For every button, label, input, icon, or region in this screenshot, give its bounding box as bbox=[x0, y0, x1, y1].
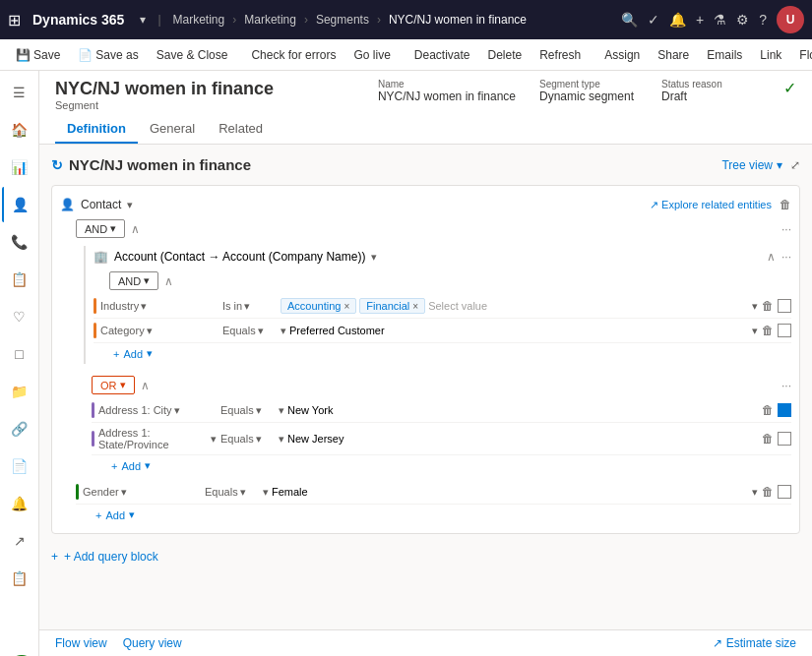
breadcrumb-segments[interactable]: Segments bbox=[316, 13, 369, 27]
brand-dropdown[interactable]: ▾ bbox=[140, 13, 146, 27]
category-delete-btn[interactable]: 🗑 bbox=[762, 324, 774, 337]
breadcrumb-sep1: › bbox=[232, 13, 236, 27]
sidebar-doc-icon[interactable]: 📄 bbox=[2, 448, 37, 484]
equals-operator-city[interactable]: Equals ▾ bbox=[220, 404, 275, 417]
sidebar-menu-icon[interactable]: ☰ bbox=[2, 75, 37, 110]
or-logic-btn[interactable]: OR ▾ bbox=[92, 376, 135, 394]
sidebar-phone-icon[interactable]: 📞 bbox=[2, 224, 37, 260]
state-value-dropdown[interactable]: ▾ bbox=[279, 433, 284, 446]
or-more-icon[interactable]: ··· bbox=[781, 379, 791, 392]
and-more-icon[interactable]: ··· bbox=[781, 222, 791, 236]
and-logic-row: AND ▾ ∧ ··· bbox=[60, 215, 791, 242]
tab-related[interactable]: Related bbox=[207, 115, 275, 144]
user-avatar[interactable]: U bbox=[777, 6, 804, 33]
sidebar-folder-icon[interactable]: 📁 bbox=[2, 374, 37, 409]
state-checkbox[interactable] bbox=[778, 432, 791, 446]
sub-more-icon[interactable]: ··· bbox=[781, 250, 791, 264]
sidebar-dashboard-icon[interactable]: 📊 bbox=[2, 149, 37, 185]
refresh-button[interactable]: Refresh bbox=[531, 45, 589, 65]
city-chevron: ▾ bbox=[174, 404, 180, 417]
or-collapse-icon[interactable]: ∧ bbox=[141, 379, 150, 392]
tab-general[interactable]: General bbox=[138, 115, 207, 144]
flow-view-tab[interactable]: Flow view bbox=[55, 636, 107, 650]
gender-field[interactable]: Gender ▾ bbox=[83, 486, 201, 499]
accounting-remove[interactable]: × bbox=[344, 301, 349, 312]
sidebar-contacts-icon[interactable]: 👤 bbox=[2, 187, 37, 222]
done-icon[interactable]: ✓ bbox=[648, 12, 659, 28]
delete-button[interactable]: Delete bbox=[480, 45, 531, 65]
sidebar-list-icon[interactable]: 📋 bbox=[2, 262, 37, 297]
isin-operator[interactable]: Is in ▾ bbox=[222, 300, 277, 313]
equals-operator-state[interactable]: Equals ▾ bbox=[220, 433, 275, 446]
state-delete-btn[interactable]: 🗑 bbox=[762, 432, 774, 446]
gender-trailing-dropdown[interactable]: ▾ bbox=[752, 486, 758, 499]
sub-and-logic-btn[interactable]: AND ▾ bbox=[109, 271, 158, 290]
sidebar-bell-icon[interactable]: 🔔 bbox=[2, 486, 37, 521]
gender-checkbox[interactable] bbox=[778, 485, 791, 499]
check-errors-button[interactable]: Check for errors bbox=[243, 45, 344, 65]
explore-related-link[interactable]: ↗ Explore related entities bbox=[650, 199, 772, 211]
and-logic-btn[interactable]: AND ▾ bbox=[76, 219, 125, 238]
save-close-button[interactable]: Save & Close bbox=[149, 45, 236, 65]
and-collapse-icon[interactable]: ∧ bbox=[131, 222, 140, 236]
estimate-size-link[interactable]: ↗ Estimate size bbox=[713, 636, 796, 650]
sub-entity-dropdown[interactable]: ▾ bbox=[371, 251, 377, 264]
settings-icon[interactable]: ⚙ bbox=[736, 12, 749, 28]
bell-icon[interactable]: 🔔 bbox=[669, 12, 686, 28]
tab-definition[interactable]: Definition bbox=[55, 115, 138, 144]
gender-value-dropdown[interactable]: ▾ bbox=[263, 486, 269, 499]
category-value-dropdown[interactable]: ▾ bbox=[281, 325, 286, 337]
brand-name[interactable]: Dynamics 365 bbox=[32, 12, 124, 28]
industry-trailing-dropdown[interactable]: ▾ bbox=[752, 300, 758, 313]
category-field[interactable]: Category ▾ bbox=[100, 325, 219, 337]
industry-field[interactable]: Industry ▾ bbox=[100, 300, 219, 313]
deactivate-button[interactable]: Deactivate bbox=[406, 45, 478, 65]
equals-operator-gender[interactable]: Equals ▾ bbox=[205, 486, 259, 499]
city-field[interactable]: Address 1: City ▾ bbox=[98, 404, 217, 417]
plus-icon[interactable]: + bbox=[696, 12, 704, 28]
help-icon[interactable]: ? bbox=[759, 12, 767, 28]
emails-button[interactable]: Emails bbox=[699, 45, 750, 65]
sidebar-heart-icon[interactable]: ♡ bbox=[2, 299, 37, 334]
module-link[interactable]: Marketing bbox=[173, 13, 225, 27]
flow-button[interactable]: Flow bbox=[791, 45, 812, 65]
sub-and-collapse[interactable]: ∧ bbox=[164, 274, 173, 288]
save-as-button[interactable]: 📄 Save as bbox=[70, 45, 146, 65]
city-delete-btn[interactable]: 🗑 bbox=[762, 403, 774, 417]
industry-checkbox[interactable] bbox=[778, 299, 791, 313]
city-value-dropdown[interactable]: ▾ bbox=[279, 404, 284, 417]
sidebar-link-icon[interactable]: 🔗 bbox=[2, 411, 37, 447]
delete-entity-icon[interactable]: 🗑 bbox=[780, 198, 791, 211]
industry-delete-btn[interactable]: 🗑 bbox=[762, 299, 774, 313]
gender-delete-btn[interactable]: 🗑 bbox=[762, 485, 774, 499]
add-query-block-btn[interactable]: + + Add query block bbox=[51, 542, 800, 571]
equals-operator-cat[interactable]: Equals ▾ bbox=[222, 325, 277, 337]
city-checkbox[interactable] bbox=[778, 403, 791, 417]
assign-button[interactable]: Assign bbox=[596, 45, 648, 65]
financial-remove[interactable]: × bbox=[412, 301, 418, 312]
search-icon[interactable]: 🔍 bbox=[621, 12, 638, 28]
sidebar-arrow-icon[interactable]: ↗ bbox=[2, 523, 37, 559]
save-button[interactable]: 💾 Save bbox=[8, 45, 68, 65]
breadcrumb-marketing[interactable]: Marketing bbox=[244, 13, 296, 27]
sidebar-square-icon[interactable]: □ bbox=[2, 336, 37, 372]
category-trailing-dropdown[interactable]: ▾ bbox=[752, 325, 758, 337]
expand-icon[interactable]: ⤢ bbox=[790, 158, 800, 172]
sidebar-home-icon[interactable]: 🏠 bbox=[2, 112, 37, 148]
view-toggle[interactable]: Tree view ▾ bbox=[721, 158, 782, 172]
state-field[interactable]: Address 1: State/Province ▾ bbox=[98, 427, 217, 450]
sub-collapse-icon[interactable]: ∧ bbox=[767, 250, 776, 264]
filter-icon[interactable]: ⚗ bbox=[714, 12, 726, 28]
grid-icon[interactable]: ⊞ bbox=[8, 11, 21, 30]
query-view-tab[interactable]: Query view bbox=[123, 636, 182, 650]
or-add-row[interactable]: + Add ▾ bbox=[92, 455, 791, 476]
main-add-row[interactable]: + Add ▾ bbox=[76, 505, 791, 525]
link-button[interactable]: Link bbox=[752, 45, 789, 65]
category-checkbox[interactable] bbox=[778, 324, 791, 337]
select-value-placeholder[interactable]: Select value bbox=[428, 300, 487, 312]
sidebar-table-icon[interactable]: 📋 bbox=[2, 561, 37, 596]
sub-add-row[interactable]: + Add ▾ bbox=[94, 343, 791, 364]
go-live-button[interactable]: Go live bbox=[345, 45, 398, 65]
share-button[interactable]: Share bbox=[650, 45, 697, 65]
entity-dropdown[interactable]: ▾ bbox=[127, 199, 133, 211]
